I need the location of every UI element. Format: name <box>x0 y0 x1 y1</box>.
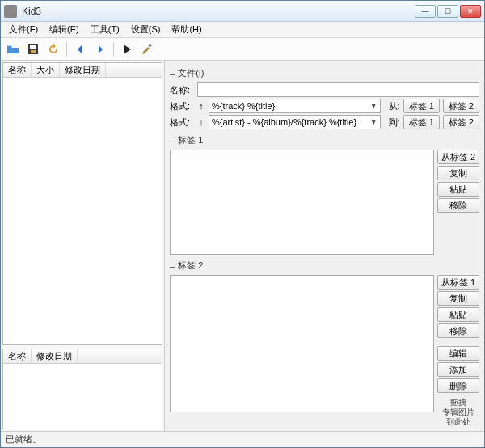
save-icon[interactable] <box>24 40 42 58</box>
play-icon[interactable] <box>118 40 136 58</box>
to-label: 到: <box>384 116 400 129</box>
tag2-section: –标签 2 从标签 1 复制 粘贴 移除 编辑 添加 删除 拖拽专辑图片到此处 <box>170 260 479 427</box>
file-section-header[interactable]: –文件(I) <box>170 67 479 79</box>
toolbar <box>1 38 484 61</box>
album-art-dropzone[interactable]: 拖拽专辑图片到此处 <box>437 398 479 427</box>
from-tag1-button[interactable]: 标签 1 <box>403 99 440 113</box>
toolbar-separator <box>66 42 67 57</box>
revert-icon[interactable] <box>44 40 62 58</box>
menu-edit[interactable]: 编辑(E) <box>44 22 84 37</box>
maximize-button[interactable]: ☐ <box>437 5 458 18</box>
from-tag2-button[interactable]: 标签 2 <box>443 99 479 113</box>
format2-label: 格式: <box>170 116 194 129</box>
file-list[interactable]: 名称 修改日期 <box>2 349 162 429</box>
back-icon[interactable] <box>71 40 89 58</box>
window-title: Kid3 <box>22 6 415 17</box>
format2-combo[interactable]: %{artist} - %{album}/%{track} %{title}▼ <box>209 115 381 129</box>
tag1-remove-button[interactable]: 移除 <box>437 198 479 213</box>
status-text: 已就绪。 <box>6 433 41 446</box>
titlebar: Kid3 — ☐ ✕ <box>1 1 484 22</box>
main-body: 名称 大小 修改日期 名称 修改日期 –文件(I) 名称: <box>1 61 484 431</box>
chevron-down-icon: ▼ <box>370 102 377 110</box>
tag2-add-button[interactable]: 添加 <box>437 362 479 377</box>
col-mtime[interactable]: 修改日期 <box>32 349 78 363</box>
toolbar-separator <box>113 42 114 57</box>
tag2-buttons: 从标签 1 复制 粘贴 移除 编辑 添加 删除 拖拽专辑图片到此处 <box>437 275 479 427</box>
forward-icon[interactable] <box>91 40 109 58</box>
app-icon <box>4 5 17 18</box>
tag2-copy-button[interactable]: 复制 <box>437 291 479 306</box>
tag2-section-header[interactable]: –标签 2 <box>170 260 479 272</box>
col-mtime[interactable]: 修改日期 <box>60 63 106 77</box>
right-panel: –文件(I) 名称: 格式: ↑ %{track} %{title}▼ 从: 标… <box>165 61 484 431</box>
menu-settings[interactable]: 设置(S) <box>126 22 166 37</box>
to-tag1-button[interactable]: 标签 1 <box>403 115 440 129</box>
file-tree-body[interactable] <box>3 78 162 344</box>
name-label: 名称: <box>170 84 194 96</box>
down-arrow-icon: ↓ <box>197 117 205 127</box>
tag2-editor[interactable] <box>170 275 434 412</box>
svg-rect-1 <box>30 45 36 49</box>
tag1-copy-button[interactable]: 复制 <box>437 166 479 180</box>
svg-rect-3 <box>148 44 151 47</box>
tag2-delete-button[interactable]: 删除 <box>437 378 479 393</box>
tag2-paste-button[interactable]: 粘贴 <box>437 307 479 322</box>
up-arrow-icon: ↑ <box>197 101 205 111</box>
file-tree-header: 名称 大小 修改日期 <box>3 63 162 78</box>
menu-help[interactable]: 帮助(H) <box>167 22 206 37</box>
col-size[interactable]: 大小 <box>32 63 60 77</box>
close-button[interactable]: ✕ <box>460 5 481 18</box>
format1-label: 格式: <box>170 100 194 112</box>
from-label: 从: <box>384 100 400 112</box>
tag2-remove-button[interactable]: 移除 <box>437 323 479 338</box>
tag1-section-header[interactable]: –标签 1 <box>170 134 479 146</box>
col-name[interactable]: 名称 <box>3 63 32 77</box>
tag1-section: –标签 1 从标签 2 复制 粘贴 移除 <box>170 134 479 255</box>
tag1-buttons: 从标签 2 复制 粘贴 移除 <box>437 150 479 255</box>
tag1-from-tag2-button[interactable]: 从标签 2 <box>437 150 479 164</box>
chevron-down-icon: ▼ <box>370 118 377 126</box>
to-tag2-button[interactable]: 标签 2 <box>443 115 479 129</box>
menubar: 文件(F) 编辑(E) 工具(T) 设置(S) 帮助(H) <box>1 22 484 38</box>
tag2-edit-button[interactable]: 编辑 <box>437 346 479 361</box>
open-folder-icon[interactable] <box>4 40 22 58</box>
tag1-editor[interactable] <box>170 150 434 255</box>
col-name[interactable]: 名称 <box>3 349 32 363</box>
app-window: Kid3 — ☐ ✕ 文件(F) 编辑(E) 工具(T) 设置(S) 帮助(H)… <box>0 0 485 448</box>
file-tree[interactable]: 名称 大小 修改日期 <box>2 62 162 345</box>
left-panel: 名称 大小 修改日期 名称 修改日期 <box>1 61 165 431</box>
menu-file[interactable]: 文件(F) <box>4 22 43 37</box>
tag1-paste-button[interactable]: 粘贴 <box>437 182 479 197</box>
statusbar: 已就绪。 <box>1 431 484 447</box>
file-list-header: 名称 修改日期 <box>3 349 162 364</box>
tag2-from-tag1-button[interactable]: 从标签 1 <box>437 275 479 290</box>
menu-tools[interactable]: 工具(T) <box>86 22 124 37</box>
name-input[interactable] <box>197 82 479 97</box>
window-controls: — ☐ ✕ <box>415 5 481 18</box>
minimize-button[interactable]: — <box>415 5 436 18</box>
svg-rect-2 <box>31 50 36 53</box>
settings-icon[interactable] <box>138 40 156 58</box>
file-section: –文件(I) 名称: 格式: ↑ %{track} %{title}▼ 从: 标… <box>170 67 479 129</box>
format1-combo[interactable]: %{track} %{title}▼ <box>209 99 381 113</box>
file-list-body[interactable] <box>3 364 162 429</box>
